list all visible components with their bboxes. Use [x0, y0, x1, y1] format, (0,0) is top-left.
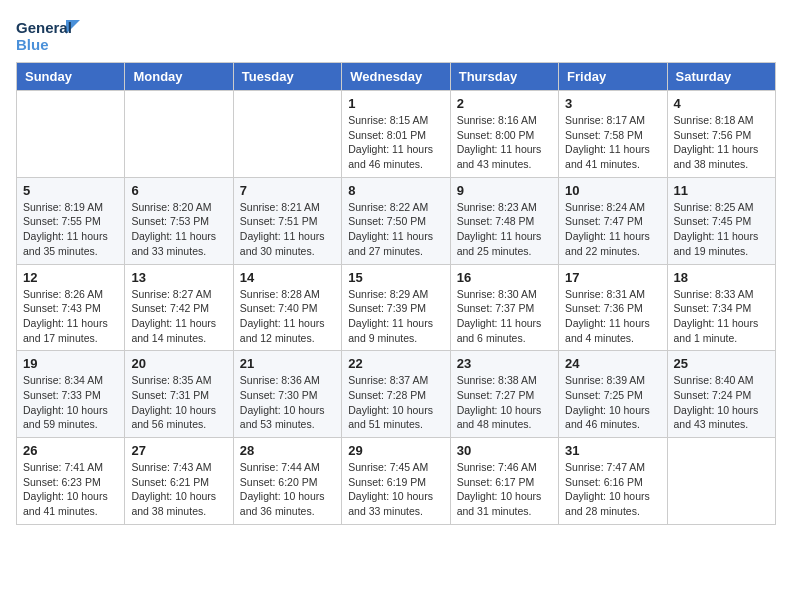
day-number: 24	[565, 356, 660, 371]
day-info: Sunrise: 8:34 AM Sunset: 7:33 PM Dayligh…	[23, 373, 118, 432]
day-number: 19	[23, 356, 118, 371]
day-number: 6	[131, 183, 226, 198]
day-info: Sunrise: 8:19 AM Sunset: 7:55 PM Dayligh…	[23, 200, 118, 259]
calendar-cell	[233, 91, 341, 178]
day-info: Sunrise: 8:39 AM Sunset: 7:25 PM Dayligh…	[565, 373, 660, 432]
calendar-cell: 21Sunrise: 8:36 AM Sunset: 7:30 PM Dayli…	[233, 351, 341, 438]
day-info: Sunrise: 8:28 AM Sunset: 7:40 PM Dayligh…	[240, 287, 335, 346]
day-number: 11	[674, 183, 769, 198]
day-info: Sunrise: 8:40 AM Sunset: 7:24 PM Dayligh…	[674, 373, 769, 432]
weekday-header-monday: Monday	[125, 63, 233, 91]
calendar-cell: 30Sunrise: 7:46 AM Sunset: 6:17 PM Dayli…	[450, 438, 558, 525]
calendar-cell: 15Sunrise: 8:29 AM Sunset: 7:39 PM Dayli…	[342, 264, 450, 351]
calendar-cell: 18Sunrise: 8:33 AM Sunset: 7:34 PM Dayli…	[667, 264, 775, 351]
calendar-cell	[125, 91, 233, 178]
calendar-cell: 31Sunrise: 7:47 AM Sunset: 6:16 PM Dayli…	[559, 438, 667, 525]
calendar-cell: 23Sunrise: 8:38 AM Sunset: 7:27 PM Dayli…	[450, 351, 558, 438]
weekday-header-saturday: Saturday	[667, 63, 775, 91]
weekday-header-thursday: Thursday	[450, 63, 558, 91]
calendar-cell: 11Sunrise: 8:25 AM Sunset: 7:45 PM Dayli…	[667, 177, 775, 264]
calendar-week-5: 26Sunrise: 7:41 AM Sunset: 6:23 PM Dayli…	[17, 438, 776, 525]
calendar-cell: 16Sunrise: 8:30 AM Sunset: 7:37 PM Dayli…	[450, 264, 558, 351]
calendar-cell: 8Sunrise: 8:22 AM Sunset: 7:50 PM Daylig…	[342, 177, 450, 264]
day-number: 21	[240, 356, 335, 371]
calendar-cell: 26Sunrise: 7:41 AM Sunset: 6:23 PM Dayli…	[17, 438, 125, 525]
day-info: Sunrise: 8:29 AM Sunset: 7:39 PM Dayligh…	[348, 287, 443, 346]
svg-text:Blue: Blue	[16, 36, 49, 53]
day-number: 23	[457, 356, 552, 371]
day-number: 7	[240, 183, 335, 198]
day-number: 17	[565, 270, 660, 285]
calendar-cell: 10Sunrise: 8:24 AM Sunset: 7:47 PM Dayli…	[559, 177, 667, 264]
day-info: Sunrise: 8:35 AM Sunset: 7:31 PM Dayligh…	[131, 373, 226, 432]
day-info: Sunrise: 7:45 AM Sunset: 6:19 PM Dayligh…	[348, 460, 443, 519]
day-number: 5	[23, 183, 118, 198]
day-number: 26	[23, 443, 118, 458]
day-number: 27	[131, 443, 226, 458]
day-info: Sunrise: 8:25 AM Sunset: 7:45 PM Dayligh…	[674, 200, 769, 259]
day-info: Sunrise: 8:37 AM Sunset: 7:28 PM Dayligh…	[348, 373, 443, 432]
calendar-week-2: 5Sunrise: 8:19 AM Sunset: 7:55 PM Daylig…	[17, 177, 776, 264]
day-number: 2	[457, 96, 552, 111]
calendar-cell: 1Sunrise: 8:15 AM Sunset: 8:01 PM Daylig…	[342, 91, 450, 178]
calendar-cell: 25Sunrise: 8:40 AM Sunset: 7:24 PM Dayli…	[667, 351, 775, 438]
day-info: Sunrise: 8:31 AM Sunset: 7:36 PM Dayligh…	[565, 287, 660, 346]
day-info: Sunrise: 8:38 AM Sunset: 7:27 PM Dayligh…	[457, 373, 552, 432]
day-number: 4	[674, 96, 769, 111]
day-number: 29	[348, 443, 443, 458]
day-number: 13	[131, 270, 226, 285]
day-info: Sunrise: 7:43 AM Sunset: 6:21 PM Dayligh…	[131, 460, 226, 519]
day-info: Sunrise: 8:21 AM Sunset: 7:51 PM Dayligh…	[240, 200, 335, 259]
calendar-cell: 22Sunrise: 8:37 AM Sunset: 7:28 PM Dayli…	[342, 351, 450, 438]
logo: GeneralBlue	[16, 16, 86, 54]
day-number: 30	[457, 443, 552, 458]
calendar-week-4: 19Sunrise: 8:34 AM Sunset: 7:33 PM Dayli…	[17, 351, 776, 438]
calendar-cell: 12Sunrise: 8:26 AM Sunset: 7:43 PM Dayli…	[17, 264, 125, 351]
calendar-table: SundayMondayTuesdayWednesdayThursdayFrid…	[16, 62, 776, 525]
day-info: Sunrise: 8:20 AM Sunset: 7:53 PM Dayligh…	[131, 200, 226, 259]
day-number: 3	[565, 96, 660, 111]
calendar-cell	[17, 91, 125, 178]
calendar-cell: 13Sunrise: 8:27 AM Sunset: 7:42 PM Dayli…	[125, 264, 233, 351]
day-number: 28	[240, 443, 335, 458]
day-info: Sunrise: 8:18 AM Sunset: 7:56 PM Dayligh…	[674, 113, 769, 172]
calendar-week-3: 12Sunrise: 8:26 AM Sunset: 7:43 PM Dayli…	[17, 264, 776, 351]
day-info: Sunrise: 8:17 AM Sunset: 7:58 PM Dayligh…	[565, 113, 660, 172]
day-number: 1	[348, 96, 443, 111]
calendar-cell: 5Sunrise: 8:19 AM Sunset: 7:55 PM Daylig…	[17, 177, 125, 264]
weekday-header-wednesday: Wednesday	[342, 63, 450, 91]
calendar-cell: 4Sunrise: 8:18 AM Sunset: 7:56 PM Daylig…	[667, 91, 775, 178]
weekday-header-sunday: Sunday	[17, 63, 125, 91]
calendar-cell: 2Sunrise: 8:16 AM Sunset: 8:00 PM Daylig…	[450, 91, 558, 178]
day-number: 10	[565, 183, 660, 198]
day-number: 31	[565, 443, 660, 458]
calendar-cell: 19Sunrise: 8:34 AM Sunset: 7:33 PM Dayli…	[17, 351, 125, 438]
day-number: 14	[240, 270, 335, 285]
day-number: 9	[457, 183, 552, 198]
svg-text:General: General	[16, 19, 72, 36]
day-info: Sunrise: 8:26 AM Sunset: 7:43 PM Dayligh…	[23, 287, 118, 346]
weekday-header-friday: Friday	[559, 63, 667, 91]
day-number: 22	[348, 356, 443, 371]
calendar-cell: 14Sunrise: 8:28 AM Sunset: 7:40 PM Dayli…	[233, 264, 341, 351]
day-info: Sunrise: 7:46 AM Sunset: 6:17 PM Dayligh…	[457, 460, 552, 519]
calendar-cell: 3Sunrise: 8:17 AM Sunset: 7:58 PM Daylig…	[559, 91, 667, 178]
calendar-cell: 24Sunrise: 8:39 AM Sunset: 7:25 PM Dayli…	[559, 351, 667, 438]
day-number: 20	[131, 356, 226, 371]
day-info: Sunrise: 8:27 AM Sunset: 7:42 PM Dayligh…	[131, 287, 226, 346]
calendar-week-1: 1Sunrise: 8:15 AM Sunset: 8:01 PM Daylig…	[17, 91, 776, 178]
calendar-cell: 29Sunrise: 7:45 AM Sunset: 6:19 PM Dayli…	[342, 438, 450, 525]
day-number: 16	[457, 270, 552, 285]
day-info: Sunrise: 7:44 AM Sunset: 6:20 PM Dayligh…	[240, 460, 335, 519]
day-info: Sunrise: 8:33 AM Sunset: 7:34 PM Dayligh…	[674, 287, 769, 346]
day-info: Sunrise: 8:36 AM Sunset: 7:30 PM Dayligh…	[240, 373, 335, 432]
day-info: Sunrise: 8:24 AM Sunset: 7:47 PM Dayligh…	[565, 200, 660, 259]
logo-svg: GeneralBlue	[16, 16, 86, 54]
calendar-cell: 28Sunrise: 7:44 AM Sunset: 6:20 PM Dayli…	[233, 438, 341, 525]
day-info: Sunrise: 8:22 AM Sunset: 7:50 PM Dayligh…	[348, 200, 443, 259]
day-info: Sunrise: 8:23 AM Sunset: 7:48 PM Dayligh…	[457, 200, 552, 259]
day-number: 8	[348, 183, 443, 198]
calendar-cell: 9Sunrise: 8:23 AM Sunset: 7:48 PM Daylig…	[450, 177, 558, 264]
day-info: Sunrise: 7:41 AM Sunset: 6:23 PM Dayligh…	[23, 460, 118, 519]
calendar-cell: 20Sunrise: 8:35 AM Sunset: 7:31 PM Dayli…	[125, 351, 233, 438]
